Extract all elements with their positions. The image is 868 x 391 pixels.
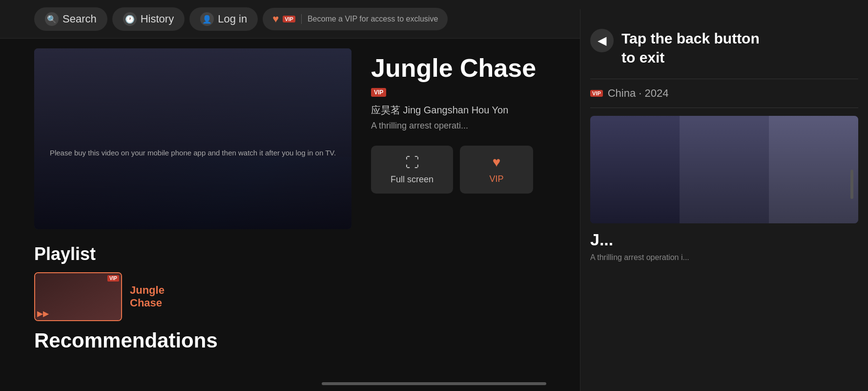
vip-heart-icon: ♥ [272, 13, 279, 25]
vip-icon: ♥ [493, 154, 501, 170]
fullscreen-button[interactable]: ⛶ Full screen [371, 146, 453, 194]
user-icon: 👤 [200, 12, 214, 26]
vip-badge: VIP [371, 88, 386, 97]
playlist-vip-badge: VIP [107, 275, 119, 282]
back-instruction-area: ◀ Tap the back buttonto exit [590, 19, 858, 79]
scrollbar[interactable] [850, 170, 853, 199]
vip-promo-text: Become a VIP for access to exclusive [308, 15, 438, 23]
history-icon: 🕐 [123, 12, 137, 26]
main-content: Please buy this video on your mobile pho… [0, 48, 868, 229]
vip-banner[interactable]: ♥ VIP Become a VIP for access to exclusi… [263, 8, 448, 30]
fullscreen-icon: ⛶ [405, 154, 419, 171]
vip-label: VIP [283, 16, 295, 22]
sidebar-show-title: J... [590, 230, 858, 249]
vip-button-label: VIP [490, 174, 504, 184]
video-overlay [34, 48, 351, 229]
country-year-text: China · 2024 [608, 87, 669, 100]
home-indicator [322, 382, 546, 385]
figure-1 [590, 116, 680, 223]
figure-3 [769, 116, 858, 223]
china-year-row: VIP China · 2024 [590, 79, 858, 108]
figure-2 [680, 116, 769, 223]
playlist-thumbnail: VIP ▶▶ [34, 272, 122, 321]
login-label: Log in [218, 13, 247, 25]
history-label: History [141, 13, 174, 25]
search-icon: 🔍 [45, 12, 59, 26]
back-icon: ◀ [590, 29, 614, 52]
search-label: Search [62, 13, 97, 25]
playing-icon: ▶▶ [37, 309, 49, 318]
back-instruction-text: Tap the back buttonto exit [621, 29, 760, 67]
divider [301, 14, 302, 24]
vip-button[interactable]: ♥ VIP [460, 146, 533, 194]
sidebar-show-description: A thrilling arrest operation i... [590, 253, 858, 262]
history-button[interactable]: 🕐 History [112, 7, 185, 31]
fullscreen-label: Full screen [391, 174, 434, 185]
sidebar-vip-badge: VIP [590, 90, 603, 97]
video-player: Please buy this video on your mobile pho… [34, 48, 351, 229]
show-thumbnail [590, 116, 858, 223]
video-buy-message: Please buy this video on your mobile pho… [50, 149, 336, 157]
playlist-item-title: JungleChase [130, 284, 165, 309]
login-button[interactable]: 👤 Log in [189, 7, 258, 31]
search-button[interactable]: 🔍 Search [34, 7, 107, 31]
thumbnail-figures [590, 116, 858, 223]
sidebar-panel: ◀ Tap the back buttonto exit VIP China ·… [580, 9, 868, 391]
